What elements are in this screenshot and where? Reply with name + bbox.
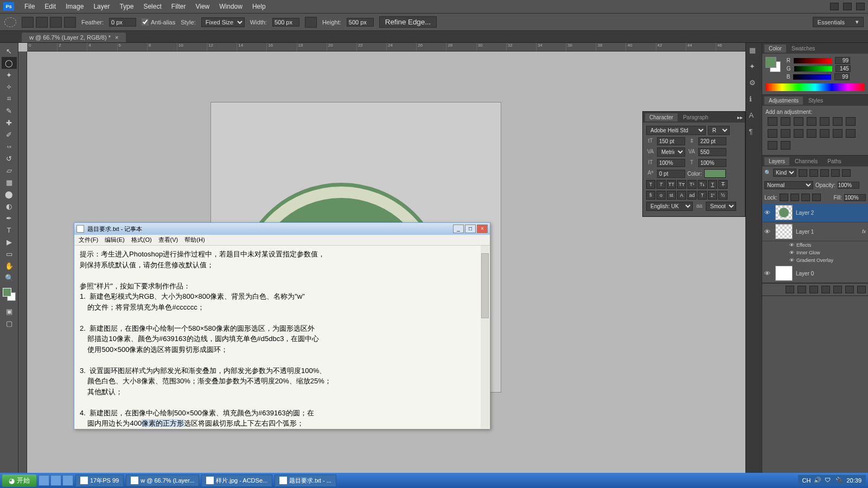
blur-tool-icon[interactable]: ⬤ bbox=[2, 188, 17, 200]
new-layer-icon[interactable] bbox=[845, 286, 854, 293]
filter-shape-icon[interactable] bbox=[831, 169, 840, 177]
shape-tool-icon[interactable]: ▭ bbox=[2, 248, 17, 260]
tray-icon-2[interactable]: 🛡 bbox=[825, 477, 832, 484]
italic-button[interactable]: T bbox=[656, 180, 666, 189]
layer-fx-icon[interactable] bbox=[797, 286, 806, 293]
allcaps-button[interactable]: TT bbox=[667, 180, 676, 189]
tab-color[interactable]: Color bbox=[764, 44, 786, 53]
panel-swatch-pair[interactable] bbox=[765, 57, 781, 72]
adj-brightness-icon[interactable] bbox=[768, 117, 777, 126]
blend-mode-select[interactable]: Normal bbox=[764, 181, 813, 189]
subscript-button[interactable]: T₁ bbox=[698, 180, 707, 189]
adj-colorlookup-icon[interactable] bbox=[807, 129, 816, 138]
visibility-icon[interactable]: 👁 bbox=[764, 209, 772, 216]
adj-vibrance-icon[interactable] bbox=[820, 117, 829, 126]
ot-stylistic-button[interactable]: ad bbox=[687, 191, 697, 200]
layer-name[interactable]: Layer 0 bbox=[796, 271, 866, 277]
effect-gradientoverlay[interactable]: 👁Gradient Overlay bbox=[762, 256, 868, 264]
wand-tool-icon[interactable]: ✧ bbox=[2, 81, 17, 93]
lasso-tool-icon[interactable]: ✦ bbox=[2, 69, 17, 81]
vscale-input[interactable] bbox=[657, 159, 685, 167]
smallcaps-button[interactable]: Tᴛ bbox=[677, 180, 686, 189]
layer-thumb[interactable] bbox=[775, 224, 793, 239]
ot-discretionary-button[interactable]: st bbox=[667, 191, 676, 200]
g-input[interactable] bbox=[835, 65, 851, 72]
marquee-tool-icon[interactable]: ◯ bbox=[2, 57, 17, 69]
brush-tool-icon[interactable]: ✐ bbox=[2, 129, 17, 140]
layer-row[interactable]: 👁 Layer 2 bbox=[762, 203, 868, 222]
ql-icon-3[interactable] bbox=[62, 475, 73, 486]
notepad-minimize-button[interactable]: _ bbox=[453, 224, 464, 233]
tab-adjustments[interactable]: Adjustments bbox=[764, 97, 803, 105]
font-family-select[interactable]: Adobe Heiti Std bbox=[646, 126, 706, 135]
gradient-tool-icon[interactable]: ▦ bbox=[2, 176, 17, 188]
lock-transparent-icon[interactable] bbox=[780, 194, 788, 201]
zoom-tool-icon[interactable]: 🔍 bbox=[2, 272, 17, 284]
superscript-button[interactable]: T¹ bbox=[687, 180, 697, 189]
np-menu-edit[interactable]: 编辑(E) bbox=[103, 236, 127, 244]
layer-name[interactable]: Layer 2 bbox=[796, 210, 866, 216]
hscale-input[interactable] bbox=[698, 159, 726, 167]
tab-swatches[interactable]: Swatches bbox=[787, 44, 819, 53]
info-panel-icon[interactable]: ℹ bbox=[749, 95, 759, 105]
menu-select[interactable]: Select bbox=[138, 3, 166, 10]
menu-filter[interactable]: Filter bbox=[167, 3, 191, 10]
tab-channels[interactable]: Channels bbox=[790, 157, 822, 165]
adj-levels-icon[interactable] bbox=[781, 117, 790, 126]
adj-hue-icon[interactable] bbox=[833, 117, 843, 126]
visibility-icon[interactable]: 👁 bbox=[764, 270, 772, 277]
underline-button[interactable]: T bbox=[708, 180, 717, 189]
new-group-icon[interactable] bbox=[833, 286, 842, 293]
notepad-titlebar[interactable]: 题目要求.txt - 记事本 _ □ × bbox=[74, 223, 490, 235]
r-slider[interactable] bbox=[794, 58, 832, 63]
adj-selectivecolor-icon[interactable] bbox=[781, 141, 790, 150]
layer-mask-icon[interactable] bbox=[809, 286, 818, 293]
tray-clock[interactable]: 20:39 bbox=[846, 477, 861, 484]
notepad-scroll-thumb[interactable] bbox=[481, 253, 489, 318]
menu-help[interactable]: Help bbox=[247, 3, 271, 10]
tab-paragraph[interactable]: Paragraph bbox=[679, 113, 713, 121]
quickmask-icon[interactable]: ▣ bbox=[2, 305, 17, 317]
swap-wh-icon[interactable] bbox=[305, 17, 317, 28]
properties-panel-icon[interactable]: ⚙ bbox=[749, 79, 759, 88]
adj-colorbalance-icon[interactable] bbox=[846, 117, 856, 126]
filter-kind-select[interactable]: Kind bbox=[773, 169, 796, 177]
eyedropper-tool-icon[interactable]: ✎ bbox=[2, 105, 17, 117]
tray-icon-3[interactable]: 🔌 bbox=[835, 477, 843, 484]
refine-edge-button[interactable]: Refine Edge... bbox=[379, 16, 437, 28]
font-style-select[interactable]: R bbox=[708, 126, 730, 135]
move-tool-icon[interactable]: ↖ bbox=[2, 45, 17, 57]
ot-ligature-button[interactable]: fi bbox=[646, 191, 655, 200]
layer-row[interactable]: 👁 Layer 0 bbox=[762, 264, 868, 283]
r-input[interactable] bbox=[835, 57, 850, 64]
collapse-icon[interactable]: ▸▸ bbox=[737, 114, 745, 120]
actions-panel-icon[interactable]: ✦ bbox=[749, 62, 759, 72]
document-tab[interactable]: w @ 66.7% (Layer 2, RGB/8) * × bbox=[22, 33, 126, 42]
menu-edit[interactable]: Edit bbox=[40, 3, 61, 10]
lock-pixels-icon[interactable] bbox=[790, 194, 799, 201]
history-panel-icon[interactable]: ▦ bbox=[749, 46, 759, 56]
tray-icon-1[interactable]: 🔊 bbox=[814, 477, 821, 484]
menu-file[interactable]: File bbox=[20, 3, 40, 10]
taskbar-task[interactable]: 17年PS 99 bbox=[75, 474, 124, 487]
kerning-select[interactable]: Metrics bbox=[657, 147, 685, 157]
delete-layer-icon[interactable] bbox=[857, 286, 866, 293]
color-swatches[interactable] bbox=[3, 288, 16, 301]
font-size-input[interactable] bbox=[657, 137, 685, 145]
screenmode-icon[interactable]: ▢ bbox=[2, 317, 17, 329]
selection-add-icon[interactable] bbox=[36, 17, 48, 28]
np-menu-file[interactable]: 文件(F) bbox=[76, 236, 100, 244]
tab-styles[interactable]: Styles bbox=[804, 97, 827, 105]
layer-name[interactable]: Layer 1 bbox=[796, 229, 859, 235]
crop-tool-icon[interactable]: ⌗ bbox=[2, 93, 17, 105]
path-select-tool-icon[interactable]: ▶ bbox=[2, 236, 17, 248]
link-layers-icon[interactable] bbox=[786, 286, 794, 293]
effect-innerglow[interactable]: 👁Inner Glow bbox=[762, 249, 868, 256]
lock-position-icon[interactable] bbox=[801, 194, 810, 201]
style-select[interactable]: Fixed Size bbox=[201, 17, 245, 27]
menu-window[interactable]: Window bbox=[214, 3, 247, 10]
bold-button[interactable]: T bbox=[646, 180, 655, 189]
adj-posterize-icon[interactable] bbox=[833, 129, 843, 138]
adj-curves-icon[interactable] bbox=[794, 117, 803, 126]
ot-swash-button[interactable]: A bbox=[677, 191, 686, 200]
